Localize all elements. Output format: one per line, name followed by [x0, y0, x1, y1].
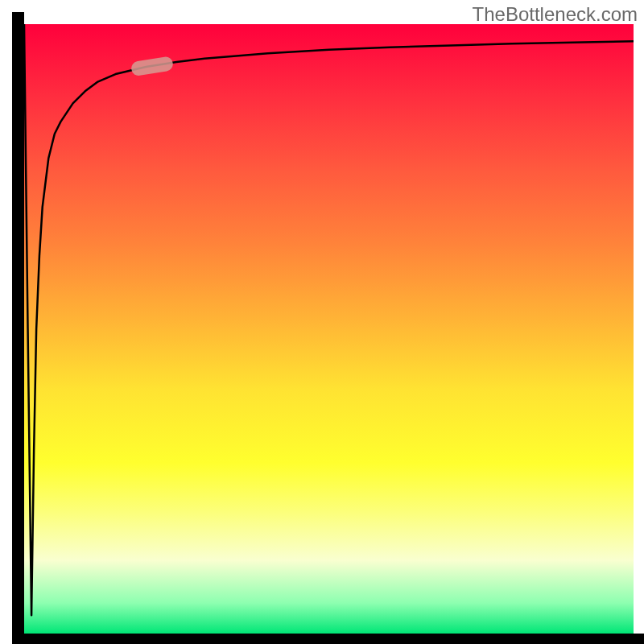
plot-area: [24, 24, 634, 634]
x-axis: [12, 634, 644, 644]
y-axis: [12, 12, 24, 644]
chart-stage: TheBottleneck.com: [0, 0, 644, 644]
watermark-text: TheBottleneck.com: [473, 3, 638, 26]
